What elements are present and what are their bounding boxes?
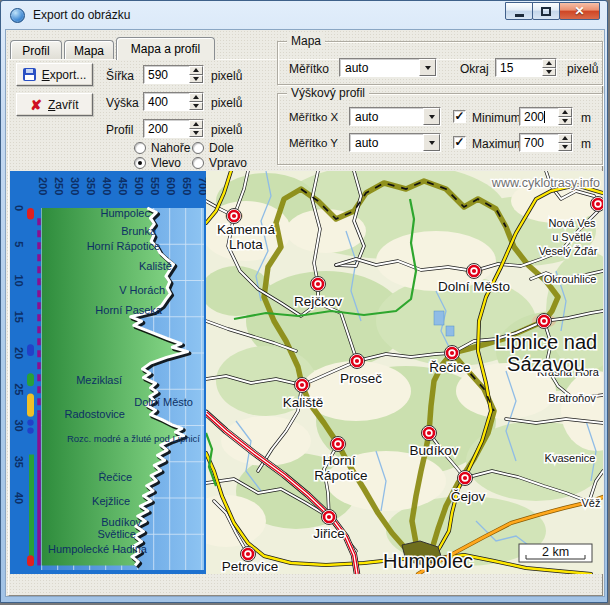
- margin-spinner: [542, 59, 556, 76]
- svg-text:Čejov: Čejov: [451, 489, 486, 504]
- svg-text:20: 20: [13, 347, 25, 359]
- svg-text:30: 30: [13, 419, 25, 431]
- svg-text:200: 200: [37, 177, 49, 195]
- svg-text:Kamenná: Kamenná: [217, 222, 275, 237]
- spin-up-button[interactable]: [189, 66, 203, 75]
- spin-up-button[interactable]: [558, 134, 572, 143]
- svg-text:Okrouhlice: Okrouhlice: [544, 273, 597, 285]
- arrow-up-icon: [562, 110, 568, 114]
- map-preview: KamennáLhotaRejčkovNová Vesu SvětléVesel…: [206, 171, 603, 574]
- radio-top-label: Nahoře: [151, 141, 190, 155]
- svg-text:Řečice: Řečice: [429, 360, 470, 375]
- radio-position-right[interactable]: [192, 157, 204, 169]
- minimum-input[interactable]: 200: [519, 107, 573, 126]
- height-input[interactable]: 400: [143, 92, 204, 111]
- profile-size-label: Profil: [106, 123, 133, 137]
- close-button[interactable]: ✕: [559, 2, 600, 20]
- map-group-title: Mapa: [287, 34, 325, 48]
- profile-group-title: Výškový profil: [287, 86, 369, 100]
- width-label: Šířka: [106, 69, 134, 83]
- svg-text:25: 25: [13, 383, 25, 395]
- elevation-profile-preview: 2002503003504004505005506006507000510152…: [10, 171, 206, 574]
- svg-text:500: 500: [133, 177, 145, 195]
- svg-text:Dolní Město: Dolní Město: [438, 279, 510, 294]
- arrow-down-icon: [193, 131, 199, 135]
- scale-y-label: Měřítko Y: [289, 137, 338, 149]
- minimum-label: Minimum: [472, 111, 521, 125]
- app-icon: [10, 8, 25, 23]
- arrow-down-icon: [193, 104, 199, 108]
- svg-text:Jiřice: Jiřice: [313, 526, 345, 541]
- width-input[interactable]: 590: [143, 65, 204, 84]
- width-spinner: [189, 66, 203, 83]
- chevron-down-icon: [429, 141, 435, 145]
- spin-down-button[interactable]: [189, 129, 203, 138]
- svg-text:Nová Ves: Nová Ves: [548, 217, 596, 229]
- radio-left-label: Vlevo: [151, 156, 181, 170]
- scale-x-select[interactable]: auto: [349, 107, 441, 126]
- svg-text:Rápotice: Rápotice: [314, 468, 367, 483]
- floppy-disk-icon: [23, 68, 36, 81]
- svg-text:Veselý Žďár: Veselý Žďár: [539, 245, 598, 257]
- chevron-down-icon: [429, 115, 435, 119]
- tab-mapa[interactable]: Mapa: [64, 40, 114, 60]
- spin-up-button[interactable]: [542, 59, 556, 68]
- scale-x-label: Měřítko X: [289, 111, 338, 123]
- radio-position-top[interactable]: [134, 142, 146, 154]
- export-button[interactable]: Export...: [16, 63, 93, 86]
- arrow-down-icon: [562, 119, 568, 123]
- svg-text:5: 5: [13, 241, 25, 247]
- maximize-icon: [541, 7, 551, 16]
- svg-text:Kaliště: Kaliště: [139, 260, 172, 272]
- svg-text:700: 700: [197, 177, 206, 195]
- minimum-checkbox[interactable]: [453, 110, 466, 123]
- spin-down-button[interactable]: [558, 117, 572, 126]
- tab-mapa-a-profil[interactable]: Mapa a profil: [116, 37, 215, 60]
- width-unit: pixelů: [211, 69, 242, 83]
- minimize-icon: [515, 14, 524, 17]
- radio-position-bottom[interactable]: [192, 142, 204, 154]
- svg-text:Radostovice: Radostovice: [64, 408, 125, 420]
- profile-size-input[interactable]: 200: [143, 119, 204, 138]
- spin-up-button[interactable]: [189, 93, 203, 102]
- arrow-up-icon: [562, 136, 568, 140]
- dropdown-button[interactable]: [419, 59, 436, 76]
- svg-text:Proseč: Proseč: [340, 371, 382, 386]
- svg-text:300: 300: [69, 177, 81, 195]
- spin-up-button[interactable]: [558, 108, 572, 117]
- arrow-down-icon: [562, 145, 568, 149]
- spin-down-button[interactable]: [542, 68, 556, 77]
- maximum-checkbox[interactable]: [453, 136, 466, 149]
- margin-label: Okraj: [460, 62, 489, 76]
- tab-profil[interactable]: Profil: [10, 40, 62, 60]
- profile-spinner: [189, 120, 203, 137]
- svg-text:Dolní Město: Dolní Město: [134, 396, 193, 408]
- svg-text:Lipnice nad: Lipnice nad: [495, 331, 597, 353]
- dropdown-button[interactable]: [423, 134, 440, 151]
- scale-y-select[interactable]: auto: [349, 133, 441, 152]
- title-bar[interactable]: Export do obrázku ✕: [1, 1, 607, 29]
- maximum-spinner: [558, 134, 572, 151]
- radio-position-left[interactable]: [134, 157, 146, 169]
- close-button-label: Zavřít: [48, 98, 79, 112]
- map-scale-select[interactable]: auto: [339, 58, 437, 77]
- maximum-input[interactable]: 700: [519, 133, 573, 152]
- svg-text:Humpolec: Humpolec: [383, 550, 473, 572]
- spin-down-button[interactable]: [189, 102, 203, 111]
- dropdown-button[interactable]: [423, 108, 440, 125]
- minimize-button[interactable]: [505, 2, 533, 20]
- export-button-label: Export...: [42, 68, 87, 82]
- svg-text:Bratroňov: Bratroňov: [548, 392, 596, 404]
- svg-text:10: 10: [13, 274, 25, 286]
- margin-input[interactable]: 15: [495, 58, 557, 77]
- spin-down-button[interactable]: [189, 75, 203, 84]
- maximize-button[interactable]: [532, 2, 560, 20]
- close-dialog-button[interactable]: ✘ Zavřít: [16, 93, 93, 116]
- svg-text:Kejžlice: Kejžlice: [92, 495, 130, 507]
- spin-down-button[interactable]: [558, 143, 572, 152]
- red-x-icon: ✘: [30, 98, 42, 112]
- spin-up-button[interactable]: [189, 120, 203, 129]
- margin-unit: pixelů: [567, 62, 598, 76]
- svg-text:Brunka: Brunka: [121, 225, 157, 237]
- svg-text:Rejčkov: Rejčkov: [294, 294, 342, 309]
